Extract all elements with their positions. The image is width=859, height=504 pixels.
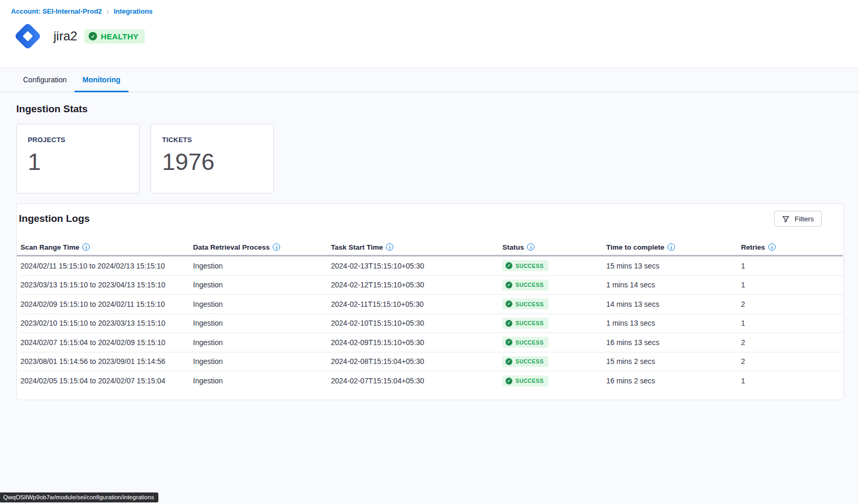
check-icon: ✓ <box>506 358 512 365</box>
cell-scan-range-time: 2024/02/05 15:15:04 to 2024/02/07 15:15:… <box>20 377 193 385</box>
table-row: 2024/02/11 15:15:10 to 2024/02/13 15:15:… <box>20 256 843 276</box>
table-row: 2024/02/09 15:15:10 to 2024/02/11 15:15:… <box>20 295 843 314</box>
stat-card-label: TICKETS <box>162 136 273 144</box>
cell-time-to-complete: 1 mins 13 secs <box>606 319 741 327</box>
filter-funnel-icon <box>782 215 790 223</box>
column-header-label: Data Retrieval Process <box>193 243 270 251</box>
cell-task-start-time: 2024-02-10T15:15:10+05:30 <box>331 319 502 327</box>
ingestion-logs-section: Ingestion Logs Filters Scan Range TimeiD… <box>16 203 844 400</box>
cell-retries: 1 <box>741 262 843 270</box>
cell-scan-range-time: 2023/03/13 15:15:10 to 2023/04/13 15:15:… <box>20 281 193 289</box>
stat-card-value: 1 <box>28 148 139 176</box>
cell-task-start-time: 2024-02-13T15:15:10+05:30 <box>331 262 502 270</box>
status-badge: ✓SUCCESS <box>502 376 549 387</box>
column-header-time-to-complete: Time to completei <box>606 243 741 251</box>
column-header-task-start-time: Task Start Timei <box>331 243 502 251</box>
stat-card-label: PROJECTS <box>28 136 139 144</box>
cell-task-start-time: 2024-02-07T15:15:04+05:30 <box>331 377 502 385</box>
cell-status: ✓SUCCESS <box>502 337 606 348</box>
breadcrumb-integrations-link[interactable]: Integrations <box>114 7 153 15</box>
ingestion-logs-title: Ingestion Logs <box>19 213 90 224</box>
stat-card-tickets: TICKETS1976 <box>151 124 274 194</box>
integration-title: jira2 <box>53 29 77 44</box>
cell-retries: 1 <box>741 377 843 385</box>
table-row: 2023/03/13 15:15:10 to 2023/04/13 15:15:… <box>20 276 843 295</box>
cell-time-to-complete: 16 mins 2 secs <box>606 377 741 385</box>
tab-bar: ConfigurationMonitoring <box>0 68 859 92</box>
info-icon[interactable]: i <box>527 243 534 251</box>
cell-data-retrieval-process: Ingestion <box>193 281 331 289</box>
cell-scan-range-time: 2023/08/01 15:14:56 to 2023/09/01 15:14:… <box>20 357 193 366</box>
cell-retries: 1 <box>741 319 843 327</box>
cell-time-to-complete: 16 mins 13 secs <box>606 338 741 347</box>
info-icon[interactable]: i <box>668 243 675 251</box>
cell-task-start-time: 2024-02-11T15:15:10+05:30 <box>331 300 502 308</box>
cell-status: ✓SUCCESS <box>502 356 606 367</box>
status-label: SUCCESS <box>516 358 544 364</box>
cell-task-start-time: 2024-02-12T15:15:10+05:30 <box>331 281 502 289</box>
check-icon: ✓ <box>506 301 512 307</box>
status-label: SUCCESS <box>516 282 544 288</box>
check-icon: ✓ <box>506 262 512 269</box>
column-header-label: Retries <box>741 243 765 251</box>
tab-configuration[interactable]: Configuration <box>15 68 74 92</box>
status-label: SUCCESS <box>516 339 544 346</box>
table-row: 2023/08/01 15:14:56 to 2023/09/01 15:14:… <box>20 352 843 372</box>
cell-status: ✓SUCCESS <box>502 318 606 329</box>
health-status-badge: ✓ HEALTHY <box>84 29 145 44</box>
cell-status: ✓SUCCESS <box>502 298 606 309</box>
filters-button-label: Filters <box>794 215 814 223</box>
stat-card-value: 1976 <box>162 148 273 176</box>
check-icon: ✓ <box>506 339 512 346</box>
tab-monitoring[interactable]: Monitoring <box>74 68 128 92</box>
cell-data-retrieval-process: Ingestion <box>193 338 331 347</box>
cell-time-to-complete: 14 mins 13 secs <box>606 300 741 308</box>
status-label: SUCCESS <box>516 320 544 326</box>
cell-time-to-complete: 1 mins 14 secs <box>606 281 741 289</box>
column-header-label: Time to complete <box>606 243 664 251</box>
jira-logo-icon <box>11 19 45 53</box>
cell-time-to-complete: 15 mins 13 secs <box>606 262 741 270</box>
cell-scan-range-time: 2023/02/10 15:15:10 to 2023/03/13 15:15:… <box>20 319 193 327</box>
check-icon: ✓ <box>89 32 97 40</box>
cell-retries: 2 <box>741 338 843 347</box>
status-label: SUCCESS <box>516 301 544 307</box>
ingestion-logs-table: Scan Range TimeiData Retrieval ProcessiT… <box>17 239 843 391</box>
cell-data-retrieval-process: Ingestion <box>193 262 331 270</box>
cell-retries: 1 <box>741 281 843 289</box>
cell-task-start-time: 2024-02-08T15:15:04+05:30 <box>331 357 502 366</box>
breadcrumb-chevron-icon: › <box>107 7 109 16</box>
table-header-row: Scan Range TimeiData Retrieval ProcessiT… <box>20 239 843 255</box>
status-label: SUCCESS <box>516 263 544 269</box>
cell-task-start-time: 2024-02-09T15:15:10+05:30 <box>331 338 502 347</box>
status-badge: ✓SUCCESS <box>502 318 549 329</box>
breadcrumb-account-link[interactable]: Account: SEI-Internal-Prod2 <box>11 7 102 15</box>
cell-status: ✓SUCCESS <box>502 280 606 291</box>
check-icon: ✓ <box>506 320 512 327</box>
check-icon: ✓ <box>506 378 512 384</box>
cell-data-retrieval-process: Ingestion <box>193 357 331 366</box>
info-icon[interactable]: i <box>273 243 280 251</box>
table-row: 2023/02/10 15:15:10 to 2023/03/13 15:15:… <box>20 314 843 334</box>
column-header-label: Status <box>502 243 524 251</box>
table-body: 2024/02/11 15:15:10 to 2024/02/13 15:15:… <box>20 256 843 391</box>
column-header-data-retrieval-process: Data Retrieval Processi <box>193 243 331 251</box>
column-header-scan-range-time: Scan Range Timei <box>20 243 193 251</box>
cell-scan-range-time: 2024/02/07 15:15:04 to 2024/02/09 15:15:… <box>20 338 193 347</box>
table-row: 2024/02/05 15:15:04 to 2024/02/07 15:15:… <box>20 371 843 391</box>
info-icon[interactable]: i <box>386 243 393 251</box>
column-header-retries: Retriesi <box>741 243 843 251</box>
info-icon[interactable]: i <box>82 243 90 251</box>
cell-retries: 2 <box>741 300 843 308</box>
status-badge: ✓SUCCESS <box>502 298 549 309</box>
cell-time-to-complete: 15 mins 2 secs <box>606 357 741 366</box>
status-badge: ✓SUCCESS <box>502 356 549 367</box>
info-icon[interactable]: i <box>768 243 776 251</box>
filters-button[interactable]: Filters <box>774 211 822 227</box>
check-icon: ✓ <box>506 282 512 288</box>
ingestion-stats-title: Ingestion Stats <box>16 103 859 115</box>
column-header-label: Scan Range Time <box>20 243 79 251</box>
cell-scan-range-time: 2024/02/11 15:15:10 to 2024/02/13 15:15:… <box>20 262 193 270</box>
column-header-status: Statusi <box>502 243 606 251</box>
status-label: SUCCESS <box>516 378 544 384</box>
